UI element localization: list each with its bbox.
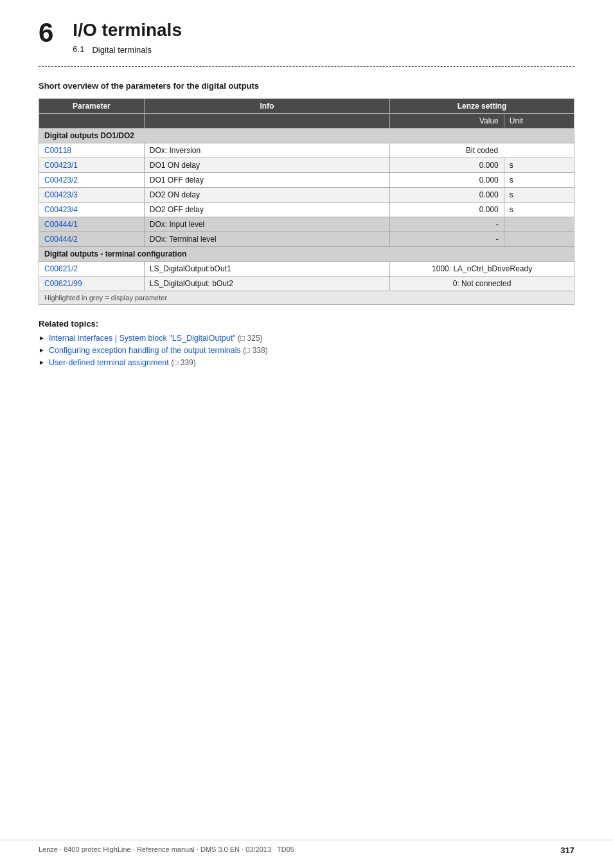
col-parameter: Parameter xyxy=(39,98,145,113)
param-link[interactable]: C00423/3 xyxy=(44,190,78,199)
group-label-do1do2: Digital outputs DO1/DO2 xyxy=(39,128,574,143)
table-row: C00423/3 DO2 ON delay 0.000 s xyxy=(39,187,574,202)
table-header-row2: Value Unit xyxy=(39,113,574,128)
unit-cell: s xyxy=(504,202,574,217)
unit-cell: s xyxy=(504,158,574,172)
table-row: C00444/2 DOx: Terminal level - xyxy=(39,231,574,246)
page-header: 6 I/O terminals 6.1 Digital terminals xyxy=(39,19,574,55)
footer-page-number: 317 xyxy=(560,845,574,855)
param-link[interactable]: C00118 xyxy=(44,146,71,155)
param-cell: C00444/2 xyxy=(39,231,145,246)
value-span-cell: 0: Not connected xyxy=(390,276,574,291)
value-cell: 0.000 xyxy=(390,172,504,187)
table-row: C00423/1 DO1 ON delay 0.000 s xyxy=(39,158,574,172)
section-heading: Short overview of the parameters for the… xyxy=(39,81,574,91)
info-cell: DOx: Terminal level xyxy=(144,231,389,246)
col-value: Value xyxy=(390,113,504,128)
col-info: Info xyxy=(144,98,389,113)
param-cell: C00423/2 xyxy=(39,172,145,187)
param-link[interactable]: C00423/2 xyxy=(44,176,78,185)
info-cell: LS_DigitalOutput:bOut1 xyxy=(144,261,389,276)
param-link[interactable]: C00444/2 xyxy=(44,235,78,244)
table-row: C00621/99 LS_DigitalOutput: bOut2 0: Not… xyxy=(39,276,574,291)
unit-cell xyxy=(504,217,574,231)
table-footer-row: Highlighted in grey = display parameter xyxy=(39,291,574,304)
related-link-2[interactable]: Configuring exception handling of the ou… xyxy=(49,346,241,355)
info-cell: DO1 ON delay xyxy=(144,158,389,172)
param-link[interactable]: C00621/99 xyxy=(44,279,82,288)
info-cell: DO2 OFF delay xyxy=(144,202,389,217)
group-row-do1do2: Digital outputs DO1/DO2 xyxy=(39,128,574,143)
value-cell: - xyxy=(390,217,504,231)
footer-left-text: Lenze · 8400 protec HighLine · Reference… xyxy=(39,845,294,855)
table-row: C00423/2 DO1 OFF delay 0.000 s xyxy=(39,172,574,187)
value-cell: - xyxy=(390,231,504,246)
arrow-icon: ► xyxy=(39,347,45,354)
param-cell: C00621/99 xyxy=(39,276,145,291)
arrow-icon: ► xyxy=(39,334,45,341)
col-lenze-setting: Lenze setting xyxy=(390,98,574,113)
col-unit: Unit xyxy=(504,113,574,128)
param-cell: C00423/1 xyxy=(39,158,145,172)
group-row-terminal-config: Digital outputs - terminal configuration xyxy=(39,246,574,261)
parameters-table: Parameter Info Lenze setting Value Unit … xyxy=(39,98,574,305)
param-cell: C00423/4 xyxy=(39,202,145,217)
param-cell: C00621/2 xyxy=(39,261,145,276)
table-row: C00444/1 DOx: Input level - xyxy=(39,217,574,231)
page-ref-2: (□ 338) xyxy=(241,346,268,355)
page-divider xyxy=(39,66,574,67)
param-link[interactable]: C00423/4 xyxy=(44,205,78,214)
unit-cell: s xyxy=(504,172,574,187)
value-span-cell: Bit coded xyxy=(390,143,574,158)
related-topics-list: ► Internal interfaces | System block "LS… xyxy=(39,334,574,367)
table-footer-text: Highlighted in grey = display parameter xyxy=(39,291,574,304)
table-row: C00118 DOx: Inversion Bit coded xyxy=(39,143,574,158)
related-link-3[interactable]: User-defined terminal assignment xyxy=(49,358,169,367)
page-footer: Lenze · 8400 protec HighLine · Reference… xyxy=(0,840,613,855)
chapter-number: 6 xyxy=(39,19,53,46)
chapter-title: I/O terminals xyxy=(73,19,182,41)
group-label-terminal-config: Digital outputs - terminal configuration xyxy=(39,246,574,261)
value-cell: 0.000 xyxy=(390,187,504,202)
related-link-1[interactable]: Internal interfaces | System block "LS_D… xyxy=(49,334,236,343)
table-row: C00423/4 DO2 OFF delay 0.000 s xyxy=(39,202,574,217)
param-link[interactable]: C00444/1 xyxy=(44,220,78,229)
param-link[interactable]: C00423/1 xyxy=(44,161,78,170)
param-cell: C00118 xyxy=(39,143,145,158)
info-cell: DO1 OFF delay xyxy=(144,172,389,187)
arrow-icon: ► xyxy=(39,359,45,366)
list-item: ► User-defined terminal assignment (□ 33… xyxy=(39,358,574,367)
info-cell: DO2 ON delay xyxy=(144,187,389,202)
section-title: Digital terminals xyxy=(92,45,151,55)
chapter-title-block: I/O terminals 6.1 Digital terminals xyxy=(73,19,182,55)
unit-cell xyxy=(504,231,574,246)
page-ref-3: (□ 339) xyxy=(169,358,196,367)
param-cell: C00423/3 xyxy=(39,187,145,202)
info-cell: DOx: Inversion xyxy=(144,143,389,158)
table-header-row1: Parameter Info Lenze setting xyxy=(39,98,574,113)
section-number: 6.1 xyxy=(73,44,84,54)
info-cell: DOx: Input level xyxy=(144,217,389,231)
param-link[interactable]: C00621/2 xyxy=(44,264,78,273)
unit-cell: s xyxy=(504,187,574,202)
list-item: ► Configuring exception handling of the … xyxy=(39,346,574,355)
related-topics-heading: Related topics: xyxy=(39,319,574,329)
value-cell: 0.000 xyxy=(390,202,504,217)
page-ref-1: (□ 325) xyxy=(236,334,263,343)
value-cell: 0.000 xyxy=(390,158,504,172)
list-item: ► Internal interfaces | System block "LS… xyxy=(39,334,574,343)
table-row: C00621/2 LS_DigitalOutput:bOut1 1000: LA… xyxy=(39,261,574,276)
info-cell: LS_DigitalOutput: bOut2 xyxy=(144,276,389,291)
param-cell: C00444/1 xyxy=(39,217,145,231)
value-span-cell: 1000: LA_nCtrl_bDriveReady xyxy=(390,261,574,276)
